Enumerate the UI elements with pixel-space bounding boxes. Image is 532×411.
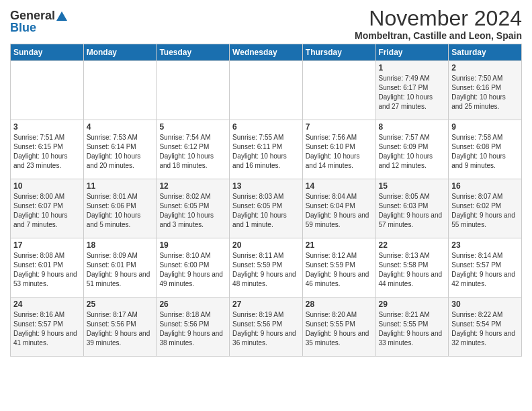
calendar-cell: 26Sunrise: 8:18 AM Sunset: 5:56 PM Dayli… [157,298,230,357]
calendar-cell: 12Sunrise: 8:02 AM Sunset: 6:05 PM Dayli… [157,179,230,238]
day-number: 30 [451,300,519,309]
calendar-cell [11,61,84,120]
day-info: Sunrise: 7:55 AM Sunset: 6:11 PM Dayligh… [232,133,300,171]
day-number: 28 [306,300,373,309]
calendar-table: SundayMondayTuesdayWednesdayThursdayFrid… [10,44,522,357]
calendar-cell: 21Sunrise: 8:12 AM Sunset: 5:59 PM Dayli… [302,238,375,298]
day-info: Sunrise: 8:18 AM Sunset: 5:56 PM Dayligh… [159,310,226,348]
day-number: 19 [159,240,226,250]
logo: General Blue [10,7,67,34]
day-info: Sunrise: 8:11 AM Sunset: 5:59 PM Dayligh… [232,251,300,289]
calendar-cell: 1Sunrise: 7:49 AM Sunset: 6:17 PM Daylig… [375,61,449,120]
calendar-cell [157,61,230,120]
logo-triangle-icon [56,11,67,21]
calendar-week-row: 1Sunrise: 7:49 AM Sunset: 6:17 PM Daylig… [11,61,522,120]
weekday-header-sunday: Sunday [11,44,84,61]
day-info: Sunrise: 8:22 AM Sunset: 5:54 PM Dayligh… [451,310,519,348]
calendar-cell: 15Sunrise: 8:05 AM Sunset: 6:03 PM Dayli… [375,179,449,238]
location-title: Mombeltran, Castille and Leon, Spain [355,30,522,41]
day-info: Sunrise: 7:53 AM Sunset: 6:14 PM Dayligh… [87,133,154,171]
calendar-cell: 9Sunrise: 7:58 AM Sunset: 6:08 PM Daylig… [449,120,522,179]
calendar-cell [302,61,375,120]
weekday-header-thursday: Thursday [302,44,375,61]
day-number: 25 [87,300,154,309]
day-info: Sunrise: 7:56 AM Sunset: 6:10 PM Dayligh… [306,133,373,171]
day-number: 5 [159,122,226,132]
calendar-cell: 20Sunrise: 8:11 AM Sunset: 5:59 PM Dayli… [230,238,303,298]
day-info: Sunrise: 7:51 AM Sunset: 6:15 PM Dayligh… [13,133,81,171]
day-info: Sunrise: 8:02 AM Sunset: 6:05 PM Dayligh… [159,192,226,230]
day-info: Sunrise: 8:17 AM Sunset: 5:56 PM Dayligh… [87,310,154,348]
calendar-cell: 28Sunrise: 8:20 AM Sunset: 5:55 PM Dayli… [302,298,375,357]
day-info: Sunrise: 8:12 AM Sunset: 5:59 PM Dayligh… [306,251,373,289]
day-info: Sunrise: 8:10 AM Sunset: 6:00 PM Dayligh… [159,251,226,289]
weekday-header-saturday: Saturday [449,44,522,61]
svg-marker-0 [56,11,67,21]
calendar-cell: 18Sunrise: 8:09 AM Sunset: 6:01 PM Dayli… [83,238,157,298]
calendar-cell [230,61,303,120]
day-number: 17 [13,240,81,250]
calendar-cell: 27Sunrise: 8:19 AM Sunset: 5:56 PM Dayli… [230,298,303,357]
calendar-cell [83,61,157,120]
day-number: 22 [379,240,446,250]
day-info: Sunrise: 8:19 AM Sunset: 5:56 PM Dayligh… [232,310,300,348]
day-info: Sunrise: 8:05 AM Sunset: 6:03 PM Dayligh… [379,192,446,230]
calendar-cell: 30Sunrise: 8:22 AM Sunset: 5:54 PM Dayli… [449,298,522,357]
calendar-week-row: 24Sunrise: 8:16 AM Sunset: 5:57 PM Dayli… [11,298,522,357]
calendar-cell: 14Sunrise: 8:04 AM Sunset: 6:04 PM Dayli… [302,179,375,238]
day-number: 8 [379,122,446,132]
day-number: 4 [87,122,154,132]
day-number: 6 [232,122,300,132]
day-number: 15 [379,181,446,191]
day-number: 14 [306,181,373,191]
calendar-week-row: 10Sunrise: 8:00 AM Sunset: 6:07 PM Dayli… [11,179,522,238]
day-info: Sunrise: 8:09 AM Sunset: 6:01 PM Dayligh… [87,251,154,289]
day-number: 16 [451,181,519,191]
day-info: Sunrise: 8:00 AM Sunset: 6:07 PM Dayligh… [13,192,81,230]
calendar-body: 1Sunrise: 7:49 AM Sunset: 6:17 PM Daylig… [11,61,522,357]
weekday-header-wednesday: Wednesday [230,44,303,61]
calendar-cell: 13Sunrise: 8:03 AM Sunset: 6:05 PM Dayli… [230,179,303,238]
day-number: 2 [451,63,519,73]
header: General Blue November 2024 Mombeltran, C… [10,7,522,41]
day-number: 7 [306,122,373,132]
day-number: 21 [306,240,373,250]
calendar-cell: 22Sunrise: 8:13 AM Sunset: 5:58 PM Dayli… [375,238,449,298]
calendar-cell: 3Sunrise: 7:51 AM Sunset: 6:15 PM Daylig… [11,120,84,179]
day-info: Sunrise: 8:20 AM Sunset: 5:55 PM Dayligh… [306,310,373,348]
day-info: Sunrise: 7:58 AM Sunset: 6:08 PM Dayligh… [451,133,519,171]
day-info: Sunrise: 8:03 AM Sunset: 6:05 PM Dayligh… [232,192,300,230]
day-info: Sunrise: 7:54 AM Sunset: 6:12 PM Dayligh… [159,133,226,171]
day-number: 12 [159,181,226,191]
calendar-cell: 24Sunrise: 8:16 AM Sunset: 5:57 PM Dayli… [11,298,84,357]
month-title: November 2024 [355,7,522,30]
weekday-header-row: SundayMondayTuesdayWednesdayThursdayFrid… [11,44,522,61]
calendar-cell: 8Sunrise: 7:57 AM Sunset: 6:09 PM Daylig… [375,120,449,179]
logo-blue: Blue [10,21,36,34]
day-number: 9 [451,122,519,132]
day-number: 10 [13,181,81,191]
day-info: Sunrise: 8:14 AM Sunset: 5:57 PM Dayligh… [451,251,519,289]
calendar-cell: 11Sunrise: 8:01 AM Sunset: 6:06 PM Dayli… [83,179,157,238]
day-number: 26 [159,300,226,309]
title-area: November 2024 Mombeltran, Castille and L… [355,7,522,41]
calendar-cell: 25Sunrise: 8:17 AM Sunset: 5:56 PM Dayli… [83,298,157,357]
day-number: 11 [87,181,154,191]
calendar-cell: 10Sunrise: 8:00 AM Sunset: 6:07 PM Dayli… [11,179,84,238]
day-info: Sunrise: 8:16 AM Sunset: 5:57 PM Dayligh… [13,310,81,348]
day-number: 13 [232,181,300,191]
weekday-header-tuesday: Tuesday [157,44,230,61]
calendar-cell: 19Sunrise: 8:10 AM Sunset: 6:00 PM Dayli… [157,238,230,298]
day-number: 24 [13,300,81,309]
calendar-cell: 6Sunrise: 7:55 AM Sunset: 6:11 PM Daylig… [230,120,303,179]
weekday-header-friday: Friday [375,44,449,61]
day-info: Sunrise: 8:21 AM Sunset: 5:55 PM Dayligh… [379,310,446,348]
calendar-week-row: 17Sunrise: 8:08 AM Sunset: 6:01 PM Dayli… [11,238,522,298]
day-info: Sunrise: 8:08 AM Sunset: 6:01 PM Dayligh… [13,251,81,289]
calendar-week-row: 3Sunrise: 7:51 AM Sunset: 6:15 PM Daylig… [11,120,522,179]
weekday-header-monday: Monday [83,44,157,61]
day-number: 27 [232,300,300,309]
day-info: Sunrise: 8:13 AM Sunset: 5:58 PM Dayligh… [379,251,446,289]
day-number: 23 [451,240,519,250]
day-info: Sunrise: 7:49 AM Sunset: 6:17 PM Dayligh… [379,74,446,111]
